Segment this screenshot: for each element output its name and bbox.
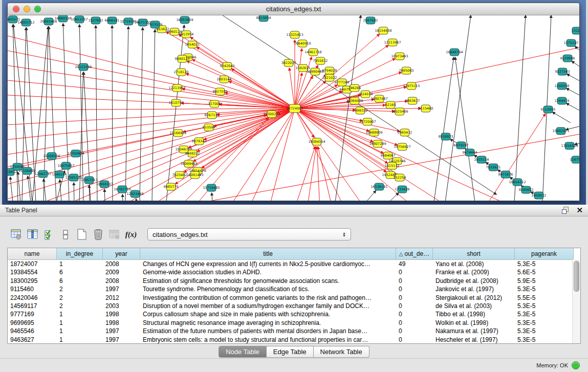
table-row[interactable]: 2242004622012Investigating the contribut… xyxy=(8,294,580,302)
graph-node-yellow[interactable]: 8267130 xyxy=(205,112,220,119)
graph-node-yellow[interactable]: 7625402 xyxy=(172,171,187,179)
table-settings-icon[interactable] xyxy=(9,227,24,242)
network-canvas[interactable]: 1872400792428432803144842755231700682671… xyxy=(8,15,579,201)
graph-node-yellow[interactable]: 15166822 xyxy=(169,129,186,137)
graph-node-yellow[interactable]: 62160 xyxy=(385,101,396,108)
edge[interactable] xyxy=(295,46,579,108)
graph-node-teal[interactable]: 2935114 xyxy=(474,156,489,163)
scrollbar-thumb[interactable] xyxy=(574,261,579,292)
minimize-window-button[interactable] xyxy=(24,6,30,12)
edge[interactable] xyxy=(60,180,61,201)
network-view-window[interactable]: citations_edges.txt 18724007924284328031… xyxy=(7,3,580,201)
edge[interactable] xyxy=(225,93,295,108)
graph-node-teal[interactable]: 1527602 xyxy=(89,17,103,24)
graph-node-teal[interactable]: 8938923 xyxy=(439,133,453,140)
graph-node-teal[interactable]: 20153346 xyxy=(75,63,92,71)
graph-node-yellow[interactable]: 1654021 xyxy=(185,41,200,48)
graph-node-teal[interactable]: 9129966 xyxy=(560,55,575,62)
graph-node-yellow[interactable]: 12975115 xyxy=(403,82,420,90)
graph-node-teal[interactable]: 6879197 xyxy=(454,142,469,149)
graph-node-teal[interactable]: 15716485 xyxy=(203,184,220,191)
table-row[interactable]: 946554611997Estimation of the future num… xyxy=(8,327,580,335)
graph-node-teal[interactable]: 15892971 xyxy=(552,127,569,135)
graph-node-yellow[interactable]: 12213963 xyxy=(168,84,185,92)
edge[interactable] xyxy=(484,114,546,201)
edge[interactable] xyxy=(212,193,212,201)
graph-node-yellow[interactable]: 2803144 xyxy=(217,76,232,83)
edge[interactable] xyxy=(89,185,90,201)
graph-node-yellow[interactable]: 10025486 xyxy=(391,108,408,115)
unselect-all-icon[interactable] xyxy=(58,227,73,242)
close-window-button[interactable] xyxy=(13,6,19,12)
tab-node-table[interactable]: Node Table xyxy=(219,346,267,358)
select-columns-icon[interactable] xyxy=(26,227,40,242)
graph-node-yellow[interactable]: 12213967 xyxy=(384,39,401,46)
network-window-titlebar[interactable]: citations_edges.txt xyxy=(8,3,579,15)
edge[interactable] xyxy=(136,199,137,201)
graph-node-teal[interactable]: 9115955 xyxy=(541,106,556,113)
graph-node-yellow[interactable]: 14961758 xyxy=(304,49,321,56)
graph-node-teal[interactable]: 10975857 xyxy=(57,162,74,169)
graph-node-yellow[interactable]: 10807487 xyxy=(371,95,387,102)
graph-node-teal[interactable]: 16053809 xyxy=(176,16,193,24)
graph-node-yellow[interactable]: 1965412 xyxy=(398,129,412,136)
graph-node-teal[interactable]: 16648794 xyxy=(446,49,463,56)
graph-node-teal[interactable]: 14055712 xyxy=(17,19,34,26)
graph-node-teal[interactable]: 17016504 xyxy=(561,142,578,149)
graph-node-teal[interactable]: 11156889 xyxy=(18,167,35,174)
table-row[interactable]: 1456911722003Disruption of a novel membe… xyxy=(8,302,580,310)
graph-node-teal[interactable]: 10654112 xyxy=(509,179,526,186)
table-row[interactable]: 911546021997Tourette syndrome. Phenomeno… xyxy=(8,285,580,293)
graph-node-yellow[interactable]: 10688609 xyxy=(365,129,382,136)
graph-node-yellow[interactable]: 553594 xyxy=(203,124,215,131)
table-row[interactable]: 969969511998Structural magnetic resonanc… xyxy=(8,319,580,327)
graph-node-teal[interactable]: 12923448 xyxy=(126,190,143,198)
column-header-short[interactable]: short xyxy=(433,248,515,259)
edge[interactable] xyxy=(8,79,295,108)
graph-node-teal[interactable]: 1575107 xyxy=(564,39,579,47)
graph-node-yellow[interactable]: 18807249 xyxy=(369,140,386,147)
graph-node-yellow[interactable]: 19384554 xyxy=(308,138,325,145)
float-panel-icon[interactable] xyxy=(562,207,569,214)
graph-node-yellow[interactable]: 8427552 xyxy=(213,88,228,95)
edge[interactable] xyxy=(514,15,526,201)
edge[interactable] xyxy=(28,176,31,201)
table-row[interactable]: 1830029562008Estimation of significance … xyxy=(8,277,580,285)
edge[interactable] xyxy=(318,147,333,201)
edge[interactable] xyxy=(567,89,579,97)
column-header-out_de[interactable]: △out_de… xyxy=(396,248,433,259)
edge[interactable] xyxy=(445,15,471,201)
tab-edge-table[interactable]: Edge Table xyxy=(267,346,314,358)
graph-node-yellow[interactable]: 3822017 xyxy=(281,59,296,67)
graph-node-teal[interactable]: 116753 xyxy=(570,156,579,163)
graph-node-teal[interactable]: 1733426 xyxy=(395,186,410,193)
edge[interactable] xyxy=(567,103,579,113)
graph-node-teal[interactable]: 8471676 xyxy=(498,171,513,178)
edge[interactable] xyxy=(122,194,123,201)
edge[interactable] xyxy=(389,193,399,201)
table-selector-dropdown[interactable]: citations_edges.txt ▲▼ xyxy=(147,228,351,240)
graph-node-yellow[interactable]: 1810755 xyxy=(169,99,184,106)
graph-node-teal[interactable]: 7632621 xyxy=(486,164,501,171)
table-row[interactable]: 1938455462009Genome-wide association stu… xyxy=(8,268,580,276)
graph-node-yellow[interactable]: 16640910 xyxy=(294,40,311,47)
edge[interactable] xyxy=(317,147,320,201)
edge[interactable] xyxy=(295,108,400,132)
edge[interactable] xyxy=(295,108,366,201)
graph-node-teal[interactable]: 10958107 xyxy=(96,181,113,188)
graph-node-yellow[interactable]: 8912954 xyxy=(179,31,194,38)
graph-node-teal[interactable]: 3919912 xyxy=(8,168,17,176)
close-panel-icon[interactable]: ✕ xyxy=(576,207,583,214)
graph-node-yellow[interactable]: 16091443 xyxy=(186,171,203,179)
graph-node-yellow[interactable]: 7485063 xyxy=(399,67,414,74)
edge[interactable] xyxy=(366,191,376,201)
edge[interactable] xyxy=(96,26,97,201)
edge[interactable] xyxy=(295,108,519,201)
edge[interactable] xyxy=(104,189,105,201)
edge[interactable] xyxy=(572,61,579,69)
edge[interactable] xyxy=(192,59,295,108)
edge[interactable] xyxy=(112,26,113,201)
graph-node-yellow[interactable]: 317006 xyxy=(208,100,221,107)
graph-node-yellow[interactable]: 9777169 xyxy=(335,79,350,86)
edge[interactable] xyxy=(74,183,74,201)
